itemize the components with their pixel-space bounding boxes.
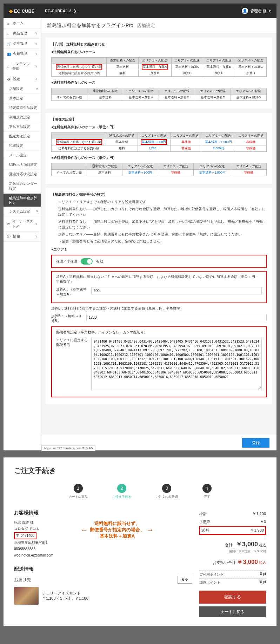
current-table-1: 通常地域への配送エリア１への配送エリア２への配送エリア３への配送エリア４への配送… [51,132,267,152]
user-menu[interactable]: 👤 管理者 様 ▾ [242,8,271,14]
postal-note-2: 送料無料条件あり――加算したいカテゴリにそれぞれ金額を登録、加算したい地域の郵便… [58,206,267,217]
box-icon: □ [7,32,11,35]
sub-terms[interactable]: 利用規約設定 [4,113,41,122]
add-point-label: 加算ポイント [199,580,220,585]
customer-company: コロタダ ドコム [14,526,74,532]
sub-basic[interactable]: 基本設定 [4,94,41,103]
users-icon: 👥 [7,52,11,56]
chevron-down-icon: ▾ [269,9,271,13]
sub-shop-settings[interactable]: 店舗設定∧ [4,84,41,94]
change-address-button[interactable]: 変更 [178,576,192,584]
pay-suffix: 税込 [259,561,266,565]
nav-contents[interactable]: □コンテンツ管理∨ [4,59,41,74]
customer-email: woo.notch.4j@gmail.com [14,553,74,558]
postal-note-3: 送料無料条件なし――加算上段に金額を登録、加算下段に"0"を登録、加算したい地域… [58,219,267,230]
use-point-value: 0 pt [260,572,266,577]
area1-toggle[interactable] [81,258,93,265]
sub-holiday[interactable]: 定休日カレンダー設定 [4,179,41,194]
tax-note: (税率 10 %対象 ￥3,000) [199,549,266,554]
addB-label: 加算B：（無料 ＋加算B） [51,314,83,324]
back-to-cart-button[interactable]: カートに戻る [199,606,266,617]
sidebar: ⌂ホーム □商品管理∨ 🛒受注管理∨ 👥会員管理∨ □コンテンツ管理∨ ⚙設定∧… [4,18,41,450]
shipping-value: ￥1,900 [250,528,264,533]
checkout-title: ご注文手続き [14,466,266,475]
step-3: 3ご注文内容確認 [156,484,178,499]
delivery-dest-label: お届け先 [14,577,31,583]
nav-members[interactable]: 👥会員管理∨ [4,49,41,59]
zip-textarea[interactable] [91,338,262,390]
step-4: 4完了 [202,484,212,499]
legend-table-1: 通常地域への配送エリア１への配送エリア２への配送エリア３への配送エリア４への配送… [51,57,267,77]
chevron-down-icon: ∨ [35,42,38,45]
sub-system[interactable]: システム設定∨ [4,207,41,216]
postal-note-4: 加算しないエリア――金額・郵便番号ともに半角数字または"0"を登録、稼働／非稼働… [58,232,267,237]
shipping-label: 送料 [201,528,209,533]
total-suffix: 税込 [259,543,266,547]
customer-zip: 〒 0431400 [14,532,36,539]
addA-desc: 加算A：送料無料に該当しないご注文への送料に加算する金額、および送料無料設定して… [56,274,262,284]
order-summary: 小計￥1,100 手数料￥0 送料￥1,900 合計 ￥3,000 税込 (税率… [199,510,266,617]
user-label: 管理者 様 [250,8,267,14]
legend-table-2: 通常地域への配送エリア１への配送エリア２への配送エリア３への配送エリア４への配送… [51,88,267,101]
sub-csv[interactable]: CSV出力項目設定 [4,160,41,170]
checkout-screen: ご注文手続き 1カートの商品 2ご注文手続き 3ご注文内容確認 4完了 お客様情… [4,457,276,626]
logo: ◆ EC CUBE [9,8,35,14]
nav-products[interactable]: □商品管理∨ [4,28,41,39]
sub-mail[interactable]: メール設定 [4,151,41,160]
nav-home[interactable]: ⌂ホーム [4,18,41,28]
confirm-button[interactable]: 確認する [199,591,266,604]
toggle-value: 有効 [96,259,103,264]
case1-title: ●送料無料条件ありのケース [51,50,267,54]
postal-note-1: エリア１～エリア４まで４種類のエリアを設定可能です [58,199,267,205]
current-case1: ●送料無料条件ありのケース（単位：円） [51,125,267,130]
submit-button[interactable]: 登録 [242,438,269,448]
chevron-down-icon: ∨ [35,235,38,238]
addA-input[interactable] [91,287,262,294]
customer-info-title: お客様情報 [14,510,74,516]
sub-delivery[interactable]: 配送方法設定 [4,132,41,141]
sub-island-surcharge[interactable]: 離島追加料金加算Pro [4,194,41,207]
current-table-2: 通常地域への配送エリア１への配送エリア２への配送エリア３への配送エリア４への配送… [51,163,267,176]
logo-text: EC CUBE [14,8,35,14]
toggle-label: 稼働／非稼働 [56,259,77,264]
use-point-label: ご利用ポイント [199,572,224,577]
step-1: 1カートの商品 [69,484,88,499]
subtotal-label: 小計 [199,511,207,516]
gear-icon: ⚙ [7,77,11,81]
case2-title: ●送料無料条件なしのケース [51,80,267,85]
sub-tax[interactable]: 税率設定 [4,141,41,151]
customer-name: 転忠 虎夢 様 [14,520,74,525]
chevron-down-icon: ∨ [35,65,38,68]
chevron-down-icon: ∨ [35,32,38,35]
nav-owners-store[interactable]: 🛍オーナーズストア∨ [4,216,41,232]
checkout-steps: 1カートの商品 2ご注文手続き 3ご注文内容確認 4完了 [14,484,266,499]
area1-label: ●エリア１ [51,247,267,252]
total-value: ￥3,000 [236,541,258,548]
chevron-down-icon: ∨ [35,222,38,226]
version-label[interactable]: EC-CUBE4.1.2 [45,9,72,13]
chevron-up-icon: ∧ [35,77,38,81]
zip-section-label: 郵便番号設定（半角数字、ハイフンなし、カンマ区切り） [56,330,262,335]
sub-order-status[interactable]: 受注対応状況設定 [4,170,41,179]
nav-info[interactable]: ⓘ情報∨ [4,232,41,242]
nav-orders[interactable]: 🛒受注管理∨ [4,39,41,49]
delivery-info-title: 配送情報 [14,566,192,572]
store-icon: 🛍 [7,222,11,226]
nav-settings[interactable]: ⚙設定∧ [4,74,41,84]
url-status-hint: https://ec412.corolaca.com/Pols10/ [41,445,95,451]
pay-label: お支払い合計 [213,560,236,565]
arrow-right-icon: → [147,526,154,534]
step-2: 2ご注文手続き [112,484,131,499]
sub-payment[interactable]: 支払方法設定 [4,122,41,132]
addB-desc: 加算B：送料無料に該当するご注文への送料に加算する金額（単位：円、半角数字） [51,306,267,311]
current-case2: ●送料無料条件なしのケース（単位：円） [51,155,267,160]
pay-amount: ￥3,000 [237,559,258,565]
sub-tokutei[interactable]: 特定商取引法設定 [4,103,41,113]
product-price-line: ￥1,100 × 1 小計：￥1,100 [42,596,88,601]
addB-input[interactable] [86,314,267,321]
area1-toggle-block: 稼働／非稼働 有効 [51,255,267,268]
chevron-down-icon: ∨ [35,52,38,56]
chevron-up-icon: ∧ [36,86,38,91]
area1-zip-block: 郵便番号設定（半角数字、ハイフンなし、カンマ区切り） エリア１に設定する郵便番号 [51,326,267,397]
fee-value: ￥0 [260,519,266,525]
